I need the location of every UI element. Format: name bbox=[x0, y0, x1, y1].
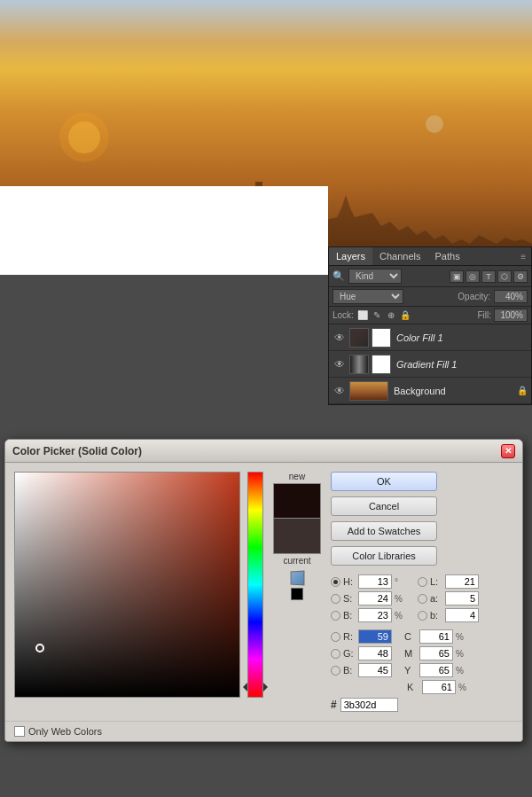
input-B2[interactable] bbox=[358, 663, 392, 677]
radio-a[interactable] bbox=[418, 594, 427, 604]
lock-artboard-icon[interactable]: ⊕ bbox=[385, 309, 397, 322]
dialog-body: new current OK Cancel Add to Swatches Co… bbox=[5, 463, 522, 721]
fill-input[interactable] bbox=[494, 309, 528, 322]
filter-adjust-icon[interactable]: ◎ bbox=[466, 270, 480, 283]
only-web-colors-checkbox-item[interactable]: Only Web Colors bbox=[14, 726, 102, 737]
opacity-label: Opacity: bbox=[458, 292, 490, 301]
color-field-container[interactable] bbox=[14, 472, 240, 698]
input-row-S: S: % a: bbox=[331, 591, 479, 606]
color-picker-dialog: Color Picker (Solid Color) ✕ new current bbox=[4, 439, 523, 742]
layer-visibility-bg-icon[interactable]: 👁 bbox=[332, 384, 347, 398]
layer-visibility-icon[interactable]: 👁 bbox=[332, 331, 347, 345]
radio-H[interactable] bbox=[331, 577, 340, 587]
unit-H: ° bbox=[395, 577, 405, 587]
hue-slider[interactable] bbox=[247, 472, 263, 698]
layers-search-row: 🔍 Kind ▣ ◎ T ⬡ ⚙ bbox=[329, 266, 531, 287]
layer-visibility-gradient-icon[interactable]: 👁 bbox=[332, 357, 347, 371]
gamut-warning-color-swatch[interactable] bbox=[291, 588, 303, 600]
hue-slider-container[interactable] bbox=[247, 472, 263, 698]
radio-G[interactable] bbox=[331, 649, 340, 659]
radio-R[interactable] bbox=[331, 632, 340, 642]
layer-thumb-gradient bbox=[349, 355, 369, 374]
input-Y[interactable] bbox=[419, 663, 453, 677]
dialog-title: Color Picker (Solid Color) bbox=[12, 445, 501, 457]
top-image bbox=[0, 0, 532, 275]
lock-fill-row: Lock: ⬜ ✎ ⊕ 🔒 Fill: bbox=[329, 307, 531, 324]
panel-menu-arrow[interactable]: ≡ bbox=[515, 248, 531, 265]
lock-position-icon[interactable]: ✎ bbox=[371, 309, 383, 322]
new-color-label: new bbox=[289, 472, 305, 481]
filter-shape-icon[interactable]: ⬡ bbox=[497, 270, 512, 283]
radio-L[interactable] bbox=[418, 577, 427, 587]
radio-B2[interactable] bbox=[331, 666, 340, 676]
tab-layers[interactable]: Layers bbox=[329, 247, 372, 265]
image-white-area bbox=[0, 186, 328, 275]
input-H[interactable] bbox=[358, 574, 392, 589]
input-R[interactable] bbox=[358, 629, 392, 644]
filter-kind-dropdown[interactable]: Kind bbox=[348, 269, 402, 284]
label-M: M bbox=[404, 648, 417, 659]
input-G[interactable] bbox=[358, 646, 392, 660]
layer-mask-colorfill bbox=[372, 328, 391, 348]
opacity-input[interactable] bbox=[494, 290, 528, 303]
tab-channels[interactable]: Channels bbox=[372, 247, 427, 265]
label-B2: B: bbox=[343, 665, 356, 676]
input-M[interactable] bbox=[419, 646, 453, 660]
input-row-B: B: % b: bbox=[331, 608, 479, 622]
input-S[interactable] bbox=[358, 591, 392, 606]
radio-B[interactable] bbox=[331, 611, 340, 621]
layer-item-gradient[interactable]: 👁 Gradient Fill 1 bbox=[329, 351, 531, 378]
hex-label: # bbox=[331, 699, 337, 711]
input-K[interactable] bbox=[422, 680, 456, 694]
label-R: R: bbox=[343, 631, 356, 642]
input-b2[interactable] bbox=[445, 608, 479, 622]
input-L[interactable] bbox=[445, 574, 479, 589]
color-inputs-section: H: ° L: S: % a: bbox=[331, 574, 479, 712]
unit-K: % bbox=[458, 683, 469, 692]
layer-item-colorfill[interactable]: 👁 Color Fill 1 bbox=[329, 324, 531, 351]
label-C: C bbox=[404, 631, 417, 642]
unit-Y: % bbox=[456, 666, 466, 676]
dialog-close-button[interactable]: ✕ bbox=[501, 444, 515, 458]
label-K: K bbox=[407, 682, 419, 692]
lock-label: Lock: bbox=[332, 310, 354, 320]
only-web-colors-checkbox[interactable] bbox=[14, 726, 25, 737]
color-libraries-button[interactable]: Color Libraries bbox=[331, 546, 437, 566]
label-a: a: bbox=[430, 593, 442, 604]
lock-pixel-icon[interactable]: ⬜ bbox=[356, 309, 369, 322]
blend-mode-dropdown[interactable]: Hue bbox=[332, 289, 403, 304]
filter-smart-icon[interactable]: ⚙ bbox=[513, 270, 528, 283]
label-B: B: bbox=[343, 610, 356, 621]
radio-b2[interactable] bbox=[418, 611, 427, 621]
input-C[interactable] bbox=[419, 629, 453, 644]
lock-icons: ⬜ ✎ ⊕ 🔒 bbox=[356, 309, 411, 322]
hex-row: # bbox=[331, 698, 479, 712]
ok-button[interactable]: OK bbox=[331, 472, 437, 491]
unit-S: % bbox=[395, 594, 405, 604]
layer-item-background[interactable]: 👁 Background 🔒 bbox=[329, 378, 531, 404]
lock-all-icon[interactable]: 🔒 bbox=[399, 309, 411, 322]
cancel-button[interactable]: Cancel bbox=[331, 496, 437, 516]
label-H: H: bbox=[343, 576, 356, 587]
label-Y: Y bbox=[404, 665, 417, 676]
unit-C: % bbox=[456, 632, 466, 642]
search-icon: 🔍 bbox=[332, 270, 345, 282]
add-to-swatches-button[interactable]: Add to Swatches bbox=[331, 521, 437, 541]
color-saturation-brightness-field[interactable] bbox=[14, 472, 240, 698]
input-B[interactable] bbox=[358, 608, 392, 622]
hex-input[interactable] bbox=[340, 698, 398, 712]
layer-thumb-colorfill bbox=[349, 328, 369, 348]
svg-point-5 bbox=[59, 113, 109, 162]
radio-S[interactable] bbox=[331, 594, 340, 604]
gamut-warning-cube-icon[interactable] bbox=[291, 570, 305, 585]
color-preview-area: new current bbox=[270, 472, 324, 712]
filter-type-icon[interactable]: T bbox=[481, 270, 496, 283]
new-color-swatch bbox=[273, 483, 321, 519]
filter-pixel-icon[interactable]: ▣ bbox=[450, 270, 464, 283]
blend-opacity-row: Hue Opacity: bbox=[329, 287, 531, 307]
current-color-swatch bbox=[273, 519, 321, 554]
tab-paths[interactable]: Paths bbox=[428, 247, 467, 265]
input-a[interactable] bbox=[445, 591, 479, 606]
unit-M: % bbox=[456, 649, 466, 659]
input-row-H: H: ° L: bbox=[331, 574, 479, 589]
